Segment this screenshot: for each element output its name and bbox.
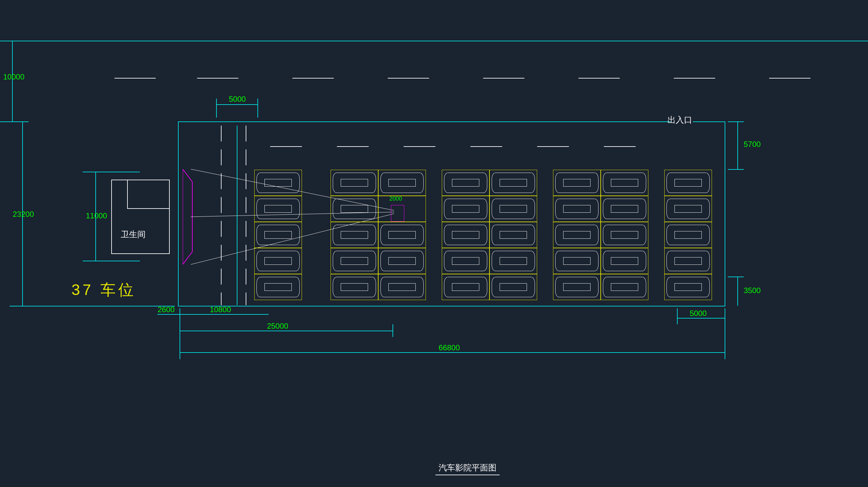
car-icon [492, 251, 535, 271]
car-icon [333, 199, 376, 219]
parking-slot [254, 222, 302, 248]
car-icon [492, 173, 535, 193]
dim-ext-11000b [83, 261, 140, 261]
car-icon [555, 225, 598, 245]
dim-10800-line [180, 314, 269, 315]
car-icon [603, 199, 646, 219]
dim-ext [728, 121, 744, 122]
restroom-inner [127, 180, 169, 209]
dim-5000-line [216, 104, 257, 105]
car-icon [256, 199, 300, 219]
parking-slot [664, 274, 712, 300]
site-top [178, 121, 671, 122]
parking-slot [331, 248, 378, 274]
car-icon [256, 251, 300, 271]
dim-10000: 10000 [3, 72, 25, 81]
dim-66800: 66800 [439, 343, 460, 352]
site-bottom [178, 306, 725, 306]
dim-tick [257, 98, 258, 118]
entrance-label: 出入口 [668, 115, 692, 126]
parking-slot [378, 170, 426, 196]
dim-tick [180, 337, 180, 359]
car-icon [444, 277, 487, 297]
car-icon [444, 225, 487, 245]
car-icon [333, 225, 376, 245]
dim-tick [725, 308, 725, 359]
dim-11000: 11000 [86, 211, 107, 220]
car-icon [666, 199, 710, 219]
dim-5000-right: 5000 [690, 309, 707, 318]
parking-slot [378, 196, 426, 222]
parking-slot [490, 248, 537, 274]
dim-2600: 2600 [158, 305, 175, 314]
dim-23200: 23200 [13, 210, 34, 219]
dim-5700-line [737, 121, 738, 169]
car-icon [666, 277, 710, 297]
parking-slot [442, 170, 490, 196]
road-top-line [0, 41, 868, 41]
car-icon [256, 277, 300, 297]
dim-10800: 10800 [210, 305, 231, 314]
car-icon [603, 173, 646, 193]
car-icon [492, 225, 535, 245]
parking-slot [553, 170, 601, 196]
parking-slot [378, 222, 426, 248]
dim-ext [0, 121, 29, 122]
dim-ext-23200 [9, 306, 175, 306]
parking-slot [442, 222, 490, 248]
car-icon [444, 173, 487, 193]
parking-slot [601, 170, 648, 196]
dim-ext [728, 277, 744, 277]
dim-tick [180, 308, 180, 337]
car-icon [666, 173, 710, 193]
parking-slot [254, 196, 302, 222]
parking-slot [442, 274, 490, 300]
site-top-right [693, 121, 725, 122]
inner-lane-solid [237, 126, 238, 305]
car-icon [492, 277, 535, 297]
car-icon [380, 173, 424, 193]
parking-slot [601, 274, 648, 300]
parking-slot [378, 248, 426, 274]
car-icon [444, 199, 487, 219]
parking-slot [490, 274, 537, 300]
car-icon [333, 277, 376, 297]
dim-ext-11000t [83, 172, 140, 172]
parking-slot [331, 170, 378, 196]
car-icon [555, 277, 598, 297]
parking-slot [490, 170, 537, 196]
dim-ext [728, 169, 744, 170]
parking-slot [601, 196, 648, 222]
parking-slot [553, 196, 601, 222]
car-icon [666, 225, 710, 245]
dim-tick [677, 308, 678, 324]
dim-25000: 25000 [267, 322, 288, 331]
dim-5000r-line [677, 318, 725, 318]
parking-slot [553, 248, 601, 274]
car-icon [380, 225, 424, 245]
parking-slot [664, 196, 712, 222]
parking-slot [490, 222, 537, 248]
car-icon [256, 225, 300, 245]
drawing-title: 汽车影院平面图 [435, 461, 500, 475]
car-icon [555, 199, 598, 219]
parking-slot [378, 274, 426, 300]
dim-tick [216, 98, 217, 118]
parking-count-label: 37 车位 [71, 280, 136, 300]
restroom-label: 卫生间 [121, 229, 146, 240]
dim-5000-top: 5000 [229, 95, 246, 103]
dim-66800-line [180, 352, 725, 353]
car-icon [603, 251, 646, 271]
parking-slot [664, 170, 712, 196]
dim-3500-line [737, 277, 738, 306]
car-icon [256, 173, 300, 193]
parking-slot [254, 274, 302, 300]
cad-drawing: 10000 23200 11000 卫生间 出入口 2000 5000 [0, 0, 868, 487]
dim-3500: 3500 [744, 286, 761, 295]
parking-slot [664, 248, 712, 274]
parking-slot [664, 222, 712, 248]
site-left [178, 121, 179, 306]
parking-slot [490, 196, 537, 222]
car-icon [380, 251, 424, 271]
parking-slot [331, 196, 378, 222]
